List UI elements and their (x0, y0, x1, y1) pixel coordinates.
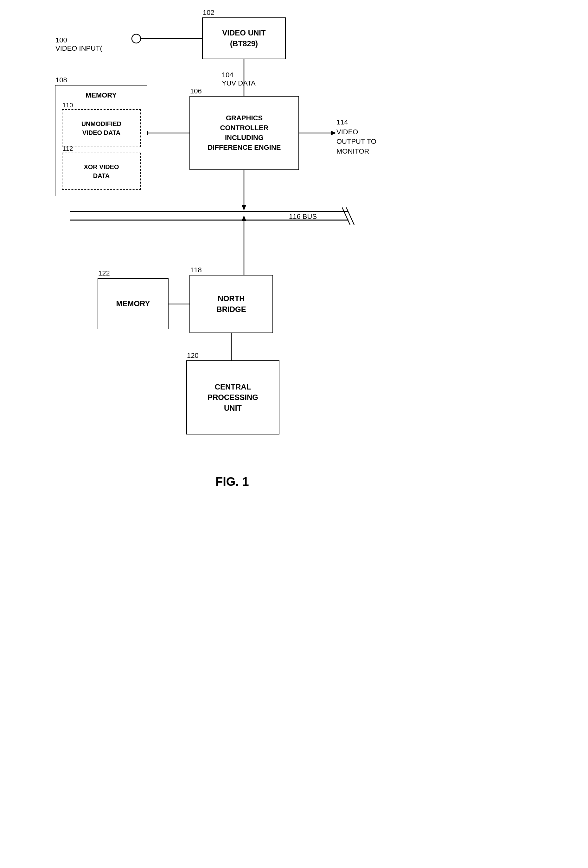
north-bridge-num: 118 (190, 266, 202, 274)
svg-point-0 (132, 34, 141, 43)
unmodified-video-label: UNMODIFIEDVIDEO DATA (81, 120, 122, 137)
video-unit-num: 102 (203, 9, 214, 17)
video-output-text: 114 VIDEO OUTPUT TO MONITOR (337, 118, 376, 155)
svg-marker-11 (242, 205, 246, 211)
unmodified-video-box: 110 UNMODIFIEDVIDEO DATA (62, 109, 141, 147)
north-bridge-label: NORTHBRIDGE (216, 293, 246, 314)
diagram-container: 100 VIDEO INPUT( 102 VIDEO UNIT(BT829) 1… (0, 0, 588, 868)
cpu-label: CENTRALPROCESSINGUNIT (207, 382, 258, 413)
memory-122-num: 122 (98, 269, 110, 278)
yuv-data-label: 104 YUV DATA (222, 63, 256, 87)
xor-video-box: 112 XOR VIDEODATA (62, 153, 141, 190)
graphics-controller-box: 106 GRAPHICSCONTROLLERINCLUDINGDIFFERENC… (189, 96, 299, 170)
memory-122-box: 122 MEMORY (98, 278, 168, 329)
svg-line-15 (346, 207, 354, 225)
video-unit-box: 102 VIDEO UNIT(BT829) (202, 18, 286, 59)
bus-label: 116 BUS (289, 204, 317, 221)
north-bridge-box: 118 NORTHBRIDGE (189, 275, 273, 333)
svg-marker-6 (331, 131, 336, 135)
xor-video-num: 112 (62, 145, 73, 152)
cpu-num: 120 (187, 351, 199, 360)
unmodified-video-num: 110 (62, 102, 73, 109)
video-input-label: 100 VIDEO INPUT( (55, 28, 102, 53)
fig-label: FIG. 1 (216, 475, 249, 489)
svg-line-14 (342, 207, 350, 225)
bus-text: 116 BUS (289, 213, 317, 220)
svg-marker-18 (242, 216, 246, 221)
memory-108-num: 108 (55, 76, 67, 84)
graphics-controller-label: GRAPHICSCONTROLLERINCLUDINGDIFFERENCE EN… (207, 114, 281, 152)
graphics-controller-num: 106 (190, 87, 202, 95)
memory-108-label: MEMORY (55, 90, 147, 100)
cpu-box: 120 CENTRALPROCESSINGUNIT (186, 360, 279, 434)
video-unit-label: VIDEO UNIT(BT829) (222, 28, 266, 49)
video-output-label: 114 VIDEO OUTPUT TO MONITOR (337, 108, 376, 156)
memory-122-label: MEMORY (116, 298, 150, 309)
xor-video-label: XOR VIDEODATA (84, 162, 119, 180)
